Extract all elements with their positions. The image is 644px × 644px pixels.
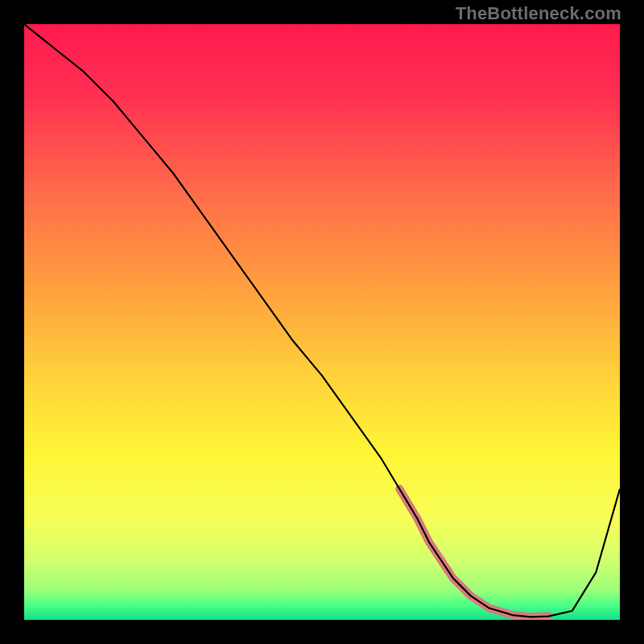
chart-stage: TheBottleneck.com (0, 0, 644, 644)
plot-area (24, 24, 620, 620)
series-layer (24, 24, 620, 620)
bottleneck-curve-line (24, 24, 620, 617)
watermark-label: TheBottleneck.com (456, 3, 621, 24)
